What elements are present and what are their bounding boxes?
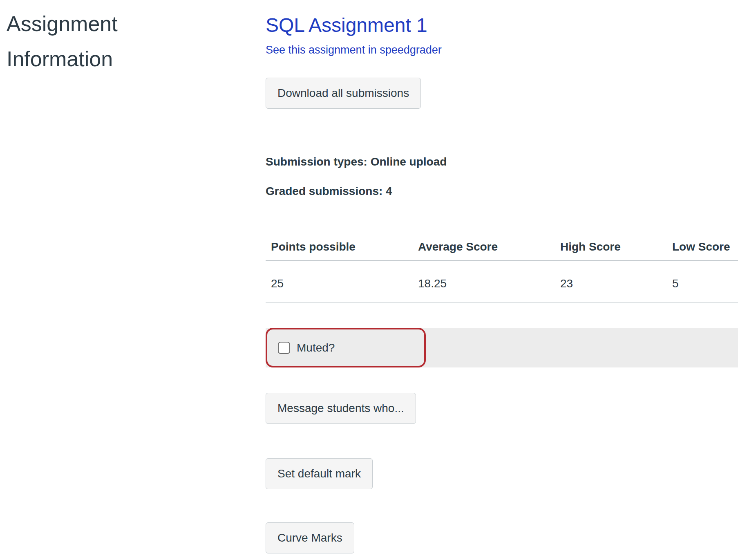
- average-score-value: 18.25: [413, 260, 555, 303]
- table-row: 25 18.25 23 5: [266, 260, 738, 303]
- graded-submissions-text: Graded submissions: 4: [266, 184, 738, 199]
- column-header-high-score: High Score: [555, 240, 667, 260]
- muted-row: Muted?: [266, 328, 738, 367]
- assignment-information-panel: Assignment Information SQL Assignment 1 …: [0, 0, 738, 560]
- muted-checkbox[interactable]: [278, 342, 290, 354]
- points-possible-value: 25: [266, 260, 413, 303]
- column-header-low-score: Low Score: [667, 240, 738, 260]
- high-score-value: 23: [555, 260, 667, 303]
- download-all-submissions-button[interactable]: Download all submissions: [266, 78, 421, 109]
- assignment-details: SQL Assignment 1 See this assignment in …: [266, 0, 738, 553]
- page-title: Assignment Information: [7, 7, 141, 77]
- muted-checkbox-label: Muted?: [297, 341, 335, 354]
- muted-highlight-box[interactable]: Muted?: [266, 328, 426, 367]
- column-header-average-score: Average Score: [413, 240, 555, 260]
- message-students-who-button[interactable]: Message students who...: [266, 393, 416, 424]
- submission-types-text: Submission types: Online upload: [266, 155, 738, 169]
- speedgrader-link[interactable]: See this assignment in speedgrader: [266, 43, 442, 57]
- curve-marks-button[interactable]: Curve Marks: [266, 522, 354, 553]
- low-score-value: 5: [667, 260, 738, 303]
- table-header-row: Points possible Average Score High Score…: [266, 240, 738, 260]
- score-stats-table: Points possible Average Score High Score…: [266, 240, 738, 303]
- column-header-points-possible: Points possible: [266, 240, 413, 260]
- set-default-mark-button[interactable]: Set default mark: [266, 458, 373, 489]
- assignment-title-link[interactable]: SQL Assignment 1: [266, 14, 427, 36]
